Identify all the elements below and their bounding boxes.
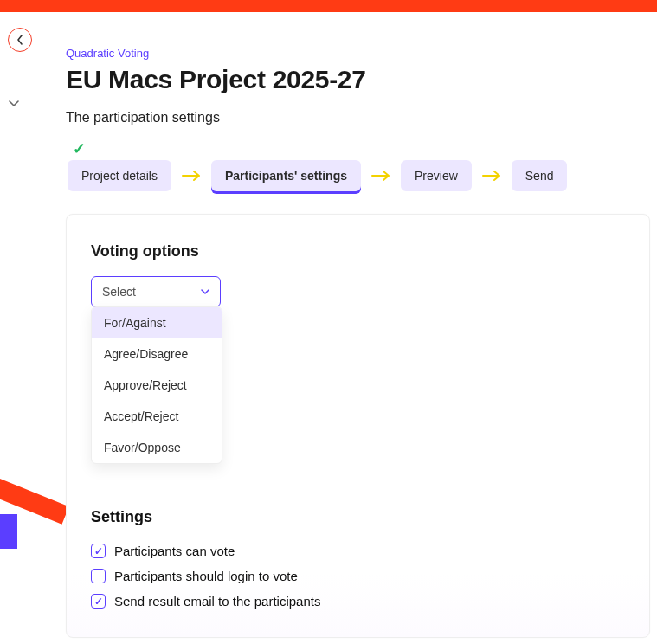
dropdown-option-accept-reject[interactable]: Accept/Reject [92, 401, 222, 432]
checkbox-label: Participants can vote [114, 544, 235, 558]
step-participants-settings[interactable]: Participants' settings [211, 160, 361, 191]
arrow-right-icon [482, 170, 501, 182]
voting-options-dropdown: For/Against Agree/Disagree Approve/Rejec… [91, 306, 222, 464]
checkbox-participants-can-vote[interactable] [91, 544, 106, 558]
checkbox-label: Send result email to the participants [114, 594, 320, 609]
stepper: ✓ Project details Participants' settings… [66, 160, 657, 191]
decorative-purple-block [0, 514, 17, 549]
arrow-right-icon [182, 170, 201, 182]
page-subtitle: The participation settings [66, 110, 657, 126]
select-placeholder: Select [102, 285, 136, 299]
chevron-down-icon [201, 289, 209, 294]
dropdown-option-for-against[interactable]: For/Against [92, 307, 222, 338]
checkbox-send-result-email[interactable] [91, 594, 106, 609]
check-icon: ✓ [73, 139, 86, 158]
page-title: EU Macs Project 2025-27 [66, 65, 657, 94]
settings-card: Voting options Select For/Against Agree/… [66, 214, 650, 638]
top-accent-bar [0, 0, 657, 12]
chevron-down-icon [9, 100, 19, 107]
eyebrow-label: Quadratic Voting [66, 47, 657, 60]
arrow-right-icon [371, 170, 390, 182]
dropdown-option-favor-oppose[interactable]: Favor/Oppose [92, 432, 222, 463]
sidebar-toggle[interactable] [9, 95, 19, 111]
chevron-left-icon [16, 35, 23, 45]
dropdown-option-approve-reject[interactable]: Approve/Reject [92, 370, 222, 401]
step-preview[interactable]: Preview [401, 160, 472, 191]
voting-options-select[interactable]: Select For/Against Agree/Disagree Approv… [91, 276, 221, 307]
step-project-details[interactable]: Project details [68, 160, 171, 191]
dropdown-option-agree-disagree[interactable]: Agree/Disagree [92, 338, 222, 370]
main-content: Quadratic Voting EU Macs Project 2025-27… [28, 12, 657, 644]
step-send[interactable]: Send [512, 160, 568, 191]
left-rail [0, 12, 28, 644]
checkbox-participants-login[interactable] [91, 569, 106, 583]
checkbox-label: Participants should login to vote [114, 569, 298, 583]
voting-options-title: Voting options [91, 242, 625, 261]
settings-title: Settings [91, 508, 625, 526]
